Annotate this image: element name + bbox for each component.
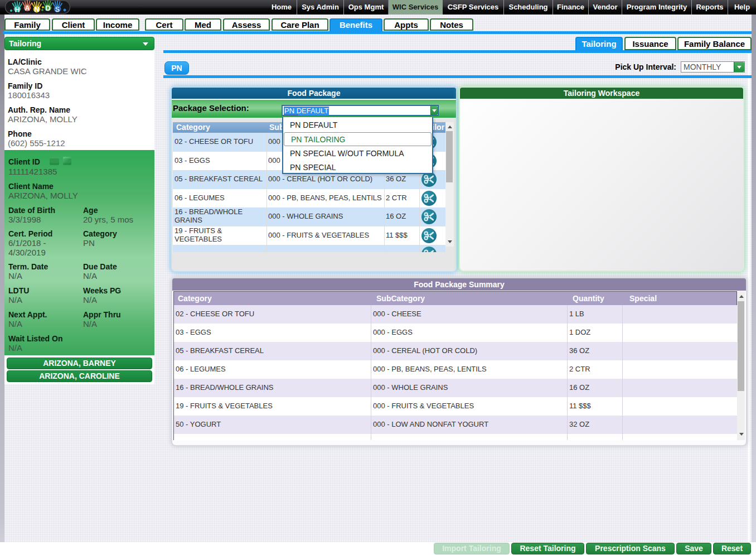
svg-text:S: S [55, 6, 60, 13]
svg-text:D: D [45, 4, 50, 12]
svg-text:H: H [14, 6, 20, 14]
svg-text:N: N [34, 6, 39, 13]
svg-text:A: A [25, 4, 30, 12]
